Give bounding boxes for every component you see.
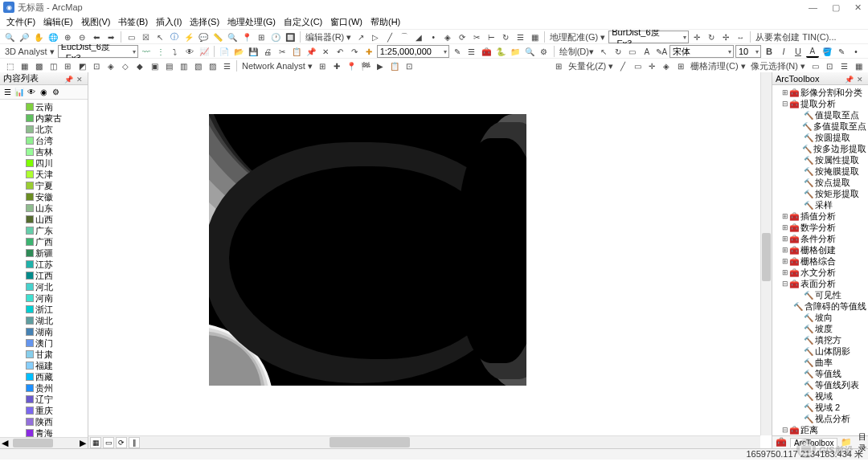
menu-6[interactable]: 地理处理(G): [224, 15, 279, 29]
map-canvas[interactable]: ▦ ▭ ⟳ ‖: [88, 72, 772, 448]
cs-tool4-icon[interactable]: ▦: [852, 59, 865, 72]
full-extent-icon[interactable]: 🌐: [47, 31, 59, 43]
na-tool7-icon[interactable]: ⊡: [403, 59, 416, 72]
toolbox-node[interactable]: 🔨填挖方: [772, 334, 868, 345]
geo-link-icon[interactable]: ✛: [690, 31, 703, 43]
edit-annotation-icon[interactable]: ▷: [369, 31, 382, 43]
tool-a12-icon[interactable]: ▤: [162, 59, 175, 72]
tree-node[interactable]: 浙江: [0, 304, 88, 315]
toolbox-node[interactable]: ⊟🧰表面分析: [772, 278, 868, 289]
maximize-button[interactable]: ▢: [829, 2, 843, 13]
tree-node[interactable]: 江苏: [0, 259, 88, 270]
new-map-icon[interactable]: 📄: [218, 45, 231, 58]
straight-segment-icon[interactable]: ╱: [383, 31, 396, 43]
tree-node[interactable]: 山东: [0, 202, 88, 214]
tool-a6-icon[interactable]: ◩: [76, 59, 88, 72]
tree-node[interactable]: 河南: [0, 292, 88, 304]
geo-shift-icon[interactable]: ✢: [719, 31, 732, 43]
undo-icon[interactable]: ↶: [334, 45, 346, 58]
toolbox-node[interactable]: 🔨曲率: [772, 357, 868, 368]
tree-node[interactable]: 北京: [0, 124, 88, 135]
toolbox-node[interactable]: 🔨值提取至点: [772, 109, 868, 121]
save-icon[interactable]: 💾: [247, 45, 260, 58]
zoom-out-icon[interactable]: 🔎: [18, 31, 31, 43]
tree-node[interactable]: 湖南: [0, 326, 88, 337]
pan-icon[interactable]: ✋: [32, 31, 45, 43]
canvas-scrollbar-v[interactable]: [760, 72, 772, 435]
underline-icon[interactable]: U: [792, 45, 805, 58]
toc-list-by-selection-icon[interactable]: ◉: [38, 87, 49, 98]
tool-a1-icon[interactable]: ⬚: [3, 59, 16, 72]
toolbox-node[interactable]: 🔨坡向: [772, 312, 868, 323]
expander-icon[interactable]: ⊞: [781, 268, 789, 276]
select-features-icon[interactable]: ▭: [125, 31, 137, 43]
tool-a8-icon[interactable]: ◈: [104, 59, 117, 72]
vec-tool1-icon[interactable]: ⊞: [552, 59, 565, 72]
toolbox-node[interactable]: 🔨含障碍的等值线: [772, 300, 868, 312]
toc-pin-icon[interactable]: 📌: [63, 76, 75, 84]
bold-icon[interactable]: B: [763, 45, 776, 58]
arctoolbox-tree[interactable]: ⊞🧰影像分割和分类⊟🧰提取分析🔨值提取至点🔨多值提取至点🔨按圆提取🔨按多边形提取…: [772, 85, 868, 435]
close-button[interactable]: ✕: [851, 2, 865, 13]
vec-tool2-icon[interactable]: ╱: [616, 59, 629, 72]
tree-node[interactable]: 吉林: [0, 146, 88, 157]
python-icon[interactable]: 🐍: [494, 45, 507, 58]
toc-list-by-draworder-icon[interactable]: ☰: [2, 87, 13, 98]
toolbox-node[interactable]: 🔨可见性: [772, 289, 868, 300]
menu-2[interactable]: 视图(V): [78, 15, 114, 29]
tree-node[interactable]: 安徽: [0, 191, 88, 202]
expander-icon[interactable]: ⊞: [781, 212, 789, 220]
toc-list-by-source-icon[interactable]: 📊: [14, 87, 25, 98]
network-analyst-label[interactable]: Network Analyst ▾: [240, 61, 314, 72]
data-view-tab[interactable]: ▦: [90, 437, 101, 448]
menu-3[interactable]: 书签(B): [115, 15, 151, 29]
catalog-icon[interactable]: 📁: [509, 45, 522, 58]
toolbox-node[interactable]: 🔨视域 2: [772, 402, 868, 413]
scale-select[interactable]: 1:25,000,000: [377, 45, 449, 58]
cs-tool2-icon[interactable]: ⊡: [823, 59, 836, 72]
toc-tree[interactable]: 云南内蒙古北京台湾吉林四川天津宁夏安徽山东山西广东广西新疆江苏江西河北河南浙江湖…: [0, 100, 88, 437]
toc-list-by-visibility-icon[interactable]: 👁: [26, 87, 37, 98]
tool-a13-icon[interactable]: ▥: [177, 59, 190, 72]
interpolate-line-icon[interactable]: 〰: [140, 45, 153, 58]
tree-node[interactable]: 重庆: [0, 405, 88, 416]
line-color-icon[interactable]: ✎: [835, 45, 848, 58]
rotate-element-icon[interactable]: ↻: [612, 45, 624, 58]
tree-node[interactable]: 广东: [0, 225, 88, 236]
edit-text-icon[interactable]: ✎A: [655, 45, 668, 58]
measure-icon[interactable]: 📏: [211, 31, 224, 43]
clear-selection-icon[interactable]: ☒: [139, 31, 152, 43]
layout-view-tab[interactable]: ▭: [103, 437, 114, 448]
tree-node[interactable]: 西藏: [0, 371, 88, 382]
expander-icon[interactable]: ⊞: [781, 235, 789, 243]
toc-options-icon[interactable]: ⚙: [50, 87, 61, 98]
toolbox-node[interactable]: 🔨坡度: [772, 323, 868, 334]
vec-tool4-icon[interactable]: ✛: [645, 59, 658, 72]
toolbox-node[interactable]: ⊞🧰栅格创建: [772, 244, 868, 255]
analyst-layer-select[interactable]: EucDist_6度_Ex3: [58, 45, 138, 58]
toolbox-node[interactable]: 🔨按属性提取: [772, 154, 868, 165]
modelbuilder-icon[interactable]: ⚙: [538, 45, 551, 58]
toolbox-node[interactable]: 🔨等值线列表: [772, 379, 868, 390]
italic-icon[interactable]: I: [777, 45, 790, 58]
tool-a5-icon[interactable]: ⊞: [61, 59, 74, 72]
toolbox-node[interactable]: ⊞🧰插值分析: [772, 210, 868, 222]
toolbox-node[interactable]: ⊞🧰数学分析: [772, 222, 868, 233]
tree-node[interactable]: 澳门: [0, 337, 88, 349]
toc-close-icon[interactable]: ✕: [75, 76, 84, 84]
expander-icon[interactable]: ⊟: [781, 426, 789, 434]
back-extent-icon[interactable]: ⬅: [90, 31, 103, 43]
toolbox-node[interactable]: 🔨按点提取: [772, 177, 868, 188]
geo-scale-icon[interactable]: ↔: [734, 31, 747, 43]
toolbox-node[interactable]: 🔨视域: [772, 390, 868, 402]
open-icon[interactable]: 📂: [232, 45, 245, 58]
reshape-icon[interactable]: ⟳: [456, 31, 469, 43]
text-icon[interactable]: A: [641, 45, 653, 58]
vec-tool3-icon[interactable]: ▭: [631, 59, 644, 72]
font-color-icon[interactable]: A: [806, 45, 819, 58]
tree-node[interactable]: 天津: [0, 169, 88, 180]
toc-icon[interactable]: ☰: [465, 45, 478, 58]
html-popup-icon[interactable]: 💬: [197, 31, 210, 43]
minimize-button[interactable]: —: [805, 2, 821, 13]
tool-a3-icon[interactable]: ▩: [32, 59, 45, 72]
